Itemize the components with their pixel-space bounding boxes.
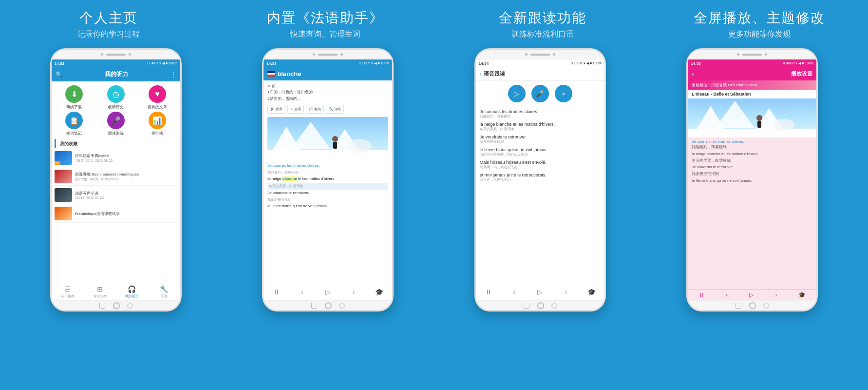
camera-dot (313, 53, 315, 56)
lyric-fr-2: la neige blanche et les matins d'hivers. (480, 122, 601, 127)
copy-button[interactable]: 📋 复制 (306, 105, 324, 114)
wave-btn[interactable]: ≋ (555, 85, 572, 102)
recent-button[interactable] (339, 302, 345, 309)
phone1-header: 🔍 我的听力 ⋮ (52, 67, 180, 81)
recommend-label: 今日推荐 (61, 294, 75, 299)
item3-meta: 41612 2015-04-22 (75, 196, 177, 199)
lyric-pair-1: Je connais les brumes claires. 我能看到，薄雾橙绿 (480, 109, 601, 119)
p2-nav-pause[interactable]: ⏸ (264, 288, 289, 296)
home-button[interactable] (537, 302, 544, 309)
back-arrow-icon[interactable]: ‹ (480, 71, 482, 78)
item2-info: 浪漫香颂 Des chansons romantiques 共172篇 145万… (75, 172, 177, 182)
section3-main-title: 全新跟读功能 (434, 9, 651, 27)
icon-favorites[interactable]: ♥ 喜欢的文章 (137, 85, 177, 110)
section2-sub-title: 快速查询、管理生词 (217, 29, 434, 39)
list-item[interactable]: Frantastique法语课程试听 (55, 205, 177, 223)
more-icon[interactable]: ⋮ (170, 71, 176, 78)
p4-back-icon[interactable]: ‹ (726, 292, 728, 298)
favorites-label: 喜欢的文章 (148, 104, 167, 110)
phone2-status-right: 0.21K/s ▾ ◀ ■ 100% (359, 61, 390, 65)
home-button[interactable] (325, 302, 332, 309)
p3-nav-back[interactable]: ‹ (502, 288, 528, 296)
home-button[interactable] (113, 302, 120, 309)
svg-point-13 (773, 119, 794, 132)
pronounce-button[interactable]: 🔊 发音 (267, 105, 285, 114)
p3-nav-pause[interactable]: ⏸ (476, 288, 502, 296)
list-item[interactable]: 法语有声小说 41612 2015-04-22 (55, 186, 177, 204)
play-icon: ▷ (325, 288, 331, 296)
reading-label: 跟读训练 (108, 131, 124, 136)
nav-recommend[interactable]: ☰ 今日推荐 (52, 285, 84, 299)
nav-mylistening[interactable]: 🎧 我的听力 (116, 285, 148, 299)
nav-tools[interactable]: 🔧 工具 (148, 285, 180, 299)
lyric-trans-3: 我多想把你找到 (267, 197, 388, 203)
phone1-status-right: 11.4K/s ▾ ◀ ■ 100% (147, 61, 177, 65)
now-playing-bar: 当前频道：浪漫香颂 Des chansons ro... (688, 80, 816, 90)
p4-forward-icon[interactable]: › (775, 292, 777, 298)
detail-button[interactable]: 🔍 详细 (326, 105, 344, 114)
lyric-fr-1: Je connais les brumes claires. (480, 109, 601, 114)
svg-point-6 (332, 136, 338, 142)
p2-nav-back[interactable]: ‹ (289, 288, 315, 296)
copy-label: 复制 (314, 107, 321, 112)
back-button[interactable] (736, 303, 741, 309)
p2-nav-forward[interactable]: › (341, 288, 367, 296)
list-item[interactable]: VIP 历年法语专四dictée 共8篇 5045 2015-09-25 (55, 149, 177, 167)
forward-icon: › (565, 288, 567, 296)
icon-ranking[interactable]: 📊 排行榜 (137, 112, 177, 136)
icon-notes[interactable]: 📋 生词笔记 (55, 112, 94, 136)
song-title-bar: L'oiseau - Belle et Sébastien (688, 90, 816, 98)
p4-play-icon[interactable]: ▷ (749, 292, 754, 298)
p3-nav-cap[interactable]: 🎓 (579, 288, 604, 296)
lyric-trans-2: 冬天的早晨，白雪环绕 (267, 183, 388, 190)
play-btn[interactable]: ▷ (508, 85, 526, 102)
list-item[interactable]: 浪漫香颂 Des chansons romantiques 共172篇 145万… (55, 168, 177, 186)
item1-title: 历年法语专四dictée (75, 153, 177, 158)
vocab-button[interactable]: ☆ 生词 (287, 105, 304, 114)
tools-label: 工具 (161, 294, 168, 299)
mic-btn[interactable]: 🎤 (531, 85, 549, 102)
recent-button[interactable] (551, 302, 558, 309)
p3-nav-forward[interactable]: › (553, 288, 579, 296)
phone2: 14:53 0.21K/s ▾ ◀ ■ 100% blanche a. (f) … (262, 48, 394, 312)
p4-pause-icon[interactable]: ⏸ (698, 292, 704, 298)
phone1-bottom (52, 300, 180, 310)
back-button[interactable] (311, 303, 317, 309)
home-button[interactable] (749, 302, 756, 309)
my-collection-label: 我的收藏 (55, 139, 177, 148)
speaker-bar (318, 54, 338, 56)
phone4: 14:55 0.04K/s ▾ ◀ ■ 100% ‹ 播放设置 当前频道：浪漫香… (686, 48, 818, 312)
phone4-bottom (688, 300, 816, 310)
section4-titles: 全屏播放、主题修改 更多功能等你发现 (651, 9, 868, 39)
notes-label: 生词笔记 (66, 131, 82, 136)
phone2-screen: blanche a. (f) 1白的，白色的；近白色的 2洁白的，雪白的 ...… (264, 67, 392, 300)
category-icon: ⊞ (97, 285, 103, 293)
word-highlight-blanche: blanche (283, 176, 297, 181)
p2-nav-cap[interactable]: 🎓 (366, 288, 392, 296)
p3-nav-play[interactable]: ▷ (527, 288, 553, 296)
dict-actions: 🔊 发音 ☆ 生词 📋 复制 🔍 详细 (267, 105, 388, 114)
lyric-pair-3: Je voudrais te retrouver. 我多想把你找到 (480, 135, 601, 144)
p2-nav-play[interactable]: ▷ (315, 288, 341, 296)
p4-cap-icon[interactable]: 🎓 (798, 292, 806, 298)
icon-download[interactable]: ⬇ 离线下载 (55, 85, 94, 110)
mylistening-icon: 🎧 (128, 285, 136, 293)
back-button[interactable] (99, 303, 105, 309)
camera-dot (737, 53, 739, 56)
icon-reading[interactable]: 🎤 跟读训练 (96, 112, 135, 136)
svg-point-14 (756, 115, 762, 121)
pink-lyric-3: la neige blanche et les matins d'hivers. (692, 151, 812, 157)
back-arrow-icon[interactable]: ‹ (692, 71, 694, 78)
recent-button[interactable] (127, 302, 133, 309)
icon-history[interactable]: ◷ 收听历史 (96, 85, 135, 110)
bottom-nav: ☰ 今日推荐 ⊞ 专辑分类 🎧 我的听力 🔧 工具 (52, 283, 180, 300)
pronounce-label: 发音 (276, 107, 283, 112)
svg-point-5 (347, 139, 372, 154)
item1-meta: 共8篇 5045 2015-09-25 (75, 158, 177, 163)
recent-button[interactable] (763, 302, 770, 309)
back-button[interactable] (524, 303, 529, 309)
nav-category[interactable]: ⊞ 专辑分类 (84, 285, 116, 299)
phone3-container: 14:54 0.13K/s ▾ ◀ ■ 100% ‹ 语音跟读 ▷ 🎤 ≋ Je… (438, 48, 642, 312)
search-icon[interactable]: 🔍 (56, 71, 63, 78)
item2-meta: 共172篇 145万 2015-09-23 (75, 177, 177, 182)
